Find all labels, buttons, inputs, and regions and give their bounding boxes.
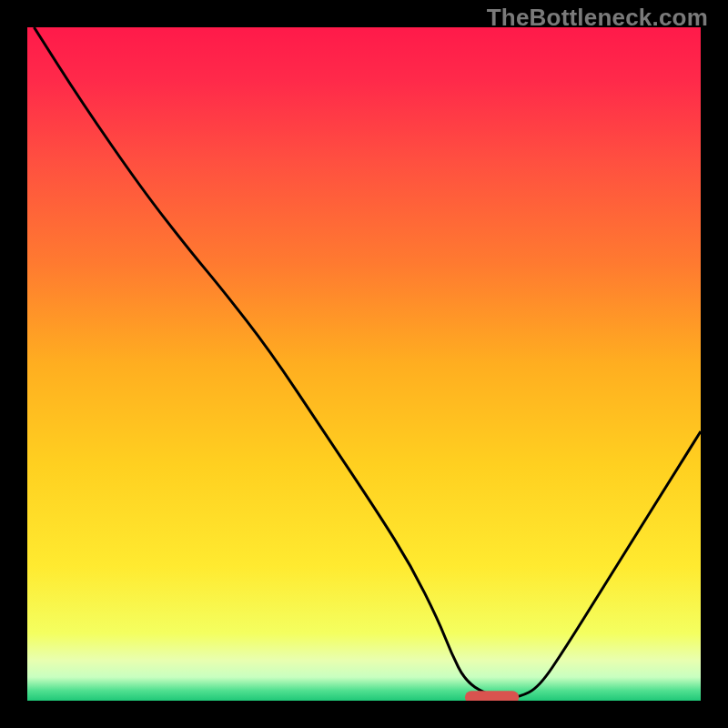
- optimal-marker: [465, 691, 519, 701]
- outer-frame: TheBottleneck.com: [0, 0, 728, 728]
- chart-svg: [27, 27, 701, 701]
- gradient-background: [27, 27, 701, 701]
- plot-area: [27, 27, 701, 701]
